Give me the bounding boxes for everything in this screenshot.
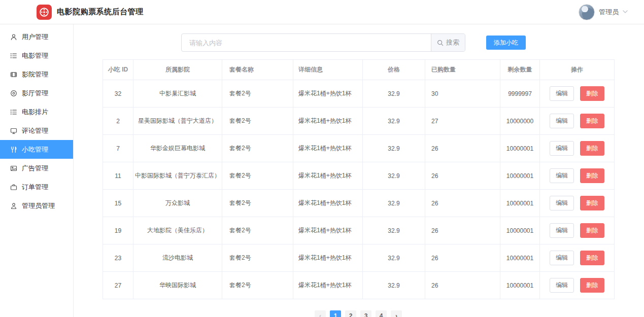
page-button-3[interactable]: 3 [360,310,371,317]
sidebar-item-label: 用户管理 [22,32,48,42]
delete-button[interactable]: 删除 [580,86,604,101]
delete-button[interactable]: 删除 [580,251,604,265]
delete-button[interactable]: 删除 [580,114,604,128]
cell-snack-id: 27 [103,272,133,299]
delete-button[interactable]: 删除 [580,141,604,156]
edit-button[interactable]: 编辑 [550,114,574,128]
pagination: ‹ 1 2 3 4 › [103,310,614,317]
sidebar-item-movies[interactable]: 电影管理 [0,46,73,65]
cell-cinema: 华影金娱巨幕电影城 [133,135,222,162]
cell-details: 爆米花1桶+热饮1杯 [293,80,363,108]
sidebar-item-snacks[interactable]: 小吃管理 [0,140,73,159]
cell-price: 32.9 [363,272,425,299]
cell-details: 爆米花1桶+热饮1杯 [293,108,363,135]
admin-icon [10,202,17,209]
cell-remaining: 10000001 [500,190,540,217]
cell-purchased: 26 [425,162,500,190]
table-row: 32 中影巢汇影城 套餐2号 爆米花1桶+热饮1杯 32.9 30 999999… [103,80,615,108]
cell-actions: 编辑 删除 [540,190,615,217]
page-button-2[interactable]: 2 [345,310,356,317]
sidebar: 用户管理 电影管理 影院管理 影厅管理 电影排片 评论管理 小吃管理 广告管理 [0,24,74,317]
cell-actions: 编辑 删除 [540,108,615,135]
delete-button[interactable]: 删除 [580,196,604,210]
cell-package: 套餐2号 [222,190,293,217]
cell-price: 32.9 [363,244,425,272]
search-button[interactable]: 搜索 [431,34,465,51]
column-header-cinema: 所属影院 [133,60,222,80]
search-icon [437,40,444,46]
table-row: 15 万众影城 套餐2号 爆米花1桶+热饮1杯 32.9 26 10000001… [103,190,615,217]
edit-button[interactable]: 编辑 [550,278,574,293]
user-menu[interactable]: 管理员 [579,4,628,20]
cell-cinema: 流沙电影城 [133,244,222,272]
cell-purchased: 27 [425,108,500,135]
cell-package: 套餐2号 [222,135,293,162]
cell-remaining: 10000001 [500,217,540,244]
cell-details: 爆米花1桶+热饮1杯 [293,162,363,190]
user-icon [10,33,17,41]
avatar[interactable] [579,4,595,20]
page-layout: 用户管理 电影管理 影院管理 影厅管理 电影排片 评论管理 小吃管理 广告管理 [0,24,644,317]
sidebar-item-label: 影院管理 [22,70,48,79]
cell-actions: 编辑 删除 [540,80,615,108]
table-header: 小吃 ID 所属影院 套餐名称 详细信息 价格 已购数量 剩余数量 操作 [103,60,615,80]
cell-remaining: 10000001 [500,272,540,299]
cell-remaining: 10000001 [500,244,540,272]
film-reel-icon [39,7,50,18]
sidebar-item-comments[interactable]: 评论管理 [0,121,73,140]
cell-details: 爆米花1桶+热饮1杯 [293,135,363,162]
table-header-row: 小吃 ID 所属影院 套餐名称 详细信息 价格 已购数量 剩余数量 操作 [103,60,615,80]
edit-button[interactable]: 编辑 [550,141,574,156]
cell-package: 套餐2号 [222,244,293,272]
cell-purchased: 26 [425,135,500,162]
page-button-1[interactable]: 1 [330,310,341,317]
column-header-details: 详细信息 [293,60,363,80]
cell-cinema: 中影巢汇影城 [133,80,222,108]
sidebar-item-label: 电影排片 [22,108,48,117]
picture-icon [10,165,17,172]
table-row: 2 星美国际影城（普宁大道店） 套餐2号 爆米花1桶+热饮1杯 32.9 27 … [103,108,615,135]
sidebar-item-label: 影厅管理 [22,89,48,98]
delete-button[interactable]: 删除 [580,168,604,183]
delete-button[interactable]: 删除 [580,223,604,238]
cell-cinema: 中影国际影城（普宁万泰汇店） [133,162,222,190]
table-row: 27 华映国际影城 套餐2号 爆米花1桶+热饮1杯 32.9 26 100000… [103,272,615,299]
edit-button[interactable]: 编辑 [550,223,574,238]
edit-button[interactable]: 编辑 [550,86,574,101]
cell-actions: 编辑 删除 [540,244,615,272]
cell-purchased: 26 [425,217,500,244]
sidebar-item-schedules[interactable]: 电影排片 [0,102,73,121]
cell-cinema: 华映国际影城 [133,272,222,299]
column-header-package: 套餐名称 [222,60,293,80]
sidebar-item-users[interactable]: 用户管理 [0,27,73,46]
sidebar-item-halls[interactable]: 影厅管理 [0,84,73,102]
schedule-icon [10,109,17,116]
pagination-next-button[interactable]: › [391,310,402,317]
column-header-remaining: 剩余数量 [500,60,540,80]
sidebar-item-admins[interactable]: 管理员管理 [0,196,73,215]
disc-icon [10,90,17,97]
sidebar-item-ads[interactable]: 广告管理 [0,159,73,178]
cell-price: 32.9 [363,162,425,190]
cell-remaining: 10000001 [500,162,540,190]
add-snack-button[interactable]: 添加小吃 [486,36,526,50]
cell-snack-id: 23 [103,244,133,272]
page-button-4[interactable]: 4 [376,310,387,317]
column-header-actions: 操作 [540,60,615,80]
edit-button[interactable]: 编辑 [550,251,574,265]
sidebar-item-cinemas[interactable]: 影院管理 [0,65,73,84]
table-row: 7 华影金娱巨幕电影城 套餐2号 爆米花1桶+热饮1杯 32.9 26 1000… [103,135,615,162]
pagination-prev-button[interactable]: ‹ [315,310,326,317]
edit-button[interactable]: 编辑 [550,196,574,210]
sidebar-item-orders[interactable]: 订单管理 [0,178,73,196]
column-header-snack-id: 小吃 ID [103,60,133,80]
list-icon [10,52,17,59]
cell-remaining: 10000001 [500,135,540,162]
cell-package: 套餐2号 [222,272,293,299]
delete-button[interactable]: 删除 [580,278,604,293]
sidebar-item-label: 订单管理 [22,183,48,192]
search-input[interactable] [182,34,431,51]
edit-button[interactable]: 编辑 [550,168,574,183]
column-header-purchased: 已购数量 [425,60,500,80]
cell-package: 套餐2号 [222,217,293,244]
